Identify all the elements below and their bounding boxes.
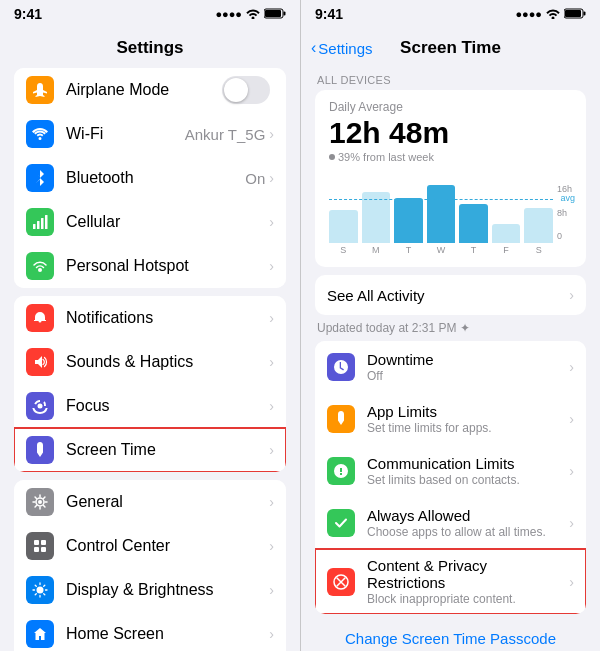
always-allowed-text: Always AllowedChoose apps to allow at al… — [367, 507, 569, 539]
control-center-chevron: › — [269, 538, 274, 554]
control-center-item[interactable]: Control Center › — [14, 524, 286, 568]
see-all-row[interactable]: See All Activity › — [315, 275, 586, 315]
signal-icon-right: ●●●● — [515, 8, 542, 20]
back-button[interactable]: ‹ Settings — [311, 39, 373, 57]
daily-avg-change: 39% from last week — [329, 151, 572, 163]
screen-time-icon — [26, 436, 54, 464]
display-item[interactable]: Display & Brightness › — [14, 568, 286, 612]
hotspot-icon — [26, 252, 54, 280]
downtime-icon — [327, 353, 355, 381]
content-privacy-icon — [327, 568, 355, 596]
battery-icon — [264, 8, 286, 21]
sounds-item[interactable]: Sounds & Haptics › — [14, 340, 286, 384]
svg-rect-4 — [37, 221, 40, 229]
bar-col-S-0: S — [329, 185, 358, 255]
svg-rect-3 — [33, 224, 36, 229]
st-item-always-allowed[interactable]: Always AllowedChoose apps to allow at al… — [315, 497, 586, 549]
bar-label-6: S — [536, 245, 542, 255]
bar-6 — [524, 208, 553, 243]
airplane-icon — [26, 76, 54, 104]
focus-item[interactable]: Focus › — [14, 384, 286, 428]
daily-avg-label: Daily Average — [329, 100, 572, 114]
home-screen-chevron: › — [269, 626, 274, 642]
screen-time-item[interactable]: Screen Time › — [14, 428, 286, 472]
daily-avg-time: 12h 48m — [329, 116, 572, 149]
downtime-subtitle: Off — [367, 369, 569, 383]
home-screen-item[interactable]: Home Screen › — [14, 612, 286, 651]
bluetooth-item[interactable]: Bluetooth On › — [14, 156, 286, 200]
bar-3 — [427, 185, 456, 243]
st-item-downtime[interactable]: DowntimeOff› — [315, 341, 586, 393]
bar-label-5: F — [503, 245, 509, 255]
change-passcode-row: Change Screen Time Passcode — [301, 622, 600, 651]
svg-point-7 — [38, 268, 42, 272]
signal-icon: ●●●● — [215, 8, 242, 20]
bar-col-T-2: T — [394, 185, 423, 255]
comm-limits-icon — [327, 457, 355, 485]
display-label: Display & Brightness — [66, 581, 269, 599]
cellular-chevron: › — [269, 214, 274, 230]
control-center-icon — [26, 532, 54, 560]
svg-rect-20 — [584, 11, 586, 15]
comm-limits-text: Communication LimitsSet limits based on … — [367, 455, 569, 487]
wifi-icon-item — [26, 120, 54, 148]
svg-point-15 — [37, 587, 44, 594]
st-item-app-limits[interactable]: App LimitsSet time limits for apps.› — [315, 393, 586, 445]
back-label: Settings — [318, 40, 372, 57]
hotspot-label: Personal Hotspot — [66, 257, 269, 275]
svg-point-8 — [38, 404, 43, 409]
bar-label-3: W — [437, 245, 446, 255]
always-allowed-chevron: › — [569, 515, 574, 531]
bar-5 — [492, 224, 521, 243]
home-screen-label: Home Screen — [66, 625, 269, 643]
hotspot-chevron: › — [269, 258, 274, 274]
svg-rect-6 — [45, 215, 48, 229]
screen-time-nav: ‹ Settings Screen Time — [301, 28, 600, 68]
content-privacy-chevron: › — [569, 574, 574, 590]
svg-rect-5 — [41, 218, 44, 229]
svg-rect-14 — [41, 547, 46, 552]
settings-group-3: General › Control Center › Display & Bri… — [14, 480, 286, 651]
wifi-label: Wi-Fi — [66, 125, 185, 143]
st-item-content-privacy[interactable]: Content & Privacy RestrictionsBlock inap… — [315, 549, 586, 614]
svg-point-9 — [38, 500, 42, 504]
hotspot-item[interactable]: Personal Hotspot › — [14, 244, 286, 288]
focus-icon — [26, 392, 54, 420]
bluetooth-icon — [26, 164, 54, 192]
svg-rect-12 — [41, 540, 46, 545]
cellular-label: Cellular — [66, 213, 269, 231]
st-item-comm-limits[interactable]: Communication LimitsSet limits based on … — [315, 445, 586, 497]
focus-label: Focus — [66, 397, 269, 415]
settings-nav: Settings — [0, 28, 300, 68]
cellular-item[interactable]: Cellular › — [14, 200, 286, 244]
notifications-item[interactable]: Notifications › — [14, 296, 286, 340]
settings-group-2: Notifications › Sounds & Haptics › Focus… — [14, 296, 286, 472]
wifi-value: Ankur T_5G — [185, 126, 266, 143]
general-icon — [26, 488, 54, 516]
always-allowed-title: Always Allowed — [367, 507, 569, 524]
all-devices-label: ALL DEVICES — [301, 68, 600, 90]
content-privacy-subtitle: Block inappropriate content. — [367, 592, 569, 606]
change-text: 39% from last week — [338, 151, 434, 163]
svg-rect-11 — [34, 540, 39, 545]
wifi-item[interactable]: Wi-Fi Ankur T_5G › — [14, 112, 286, 156]
bluetooth-chevron: › — [269, 170, 274, 186]
wifi-icon — [246, 8, 260, 21]
bluetooth-label: Bluetooth — [66, 169, 245, 187]
airplane-toggle[interactable] — [222, 76, 270, 104]
bar-col-S-6: S — [524, 185, 553, 255]
bar-col-W-3: W — [427, 185, 456, 255]
app-limits-subtitle: Set time limits for apps. — [367, 421, 569, 435]
airplane-mode-item[interactable]: Airplane Mode — [14, 68, 286, 112]
display-chevron: › — [269, 582, 274, 598]
content-privacy-text: Content & Privacy RestrictionsBlock inap… — [367, 557, 569, 606]
time-right: 9:41 — [315, 6, 343, 22]
general-item[interactable]: General › — [14, 480, 286, 524]
change-passcode-btn[interactable]: Change Screen Time Passcode — [345, 630, 556, 647]
comm-limits-subtitle: Set limits based on contacts. — [367, 473, 569, 487]
y-label-8h: 8h — [557, 209, 572, 218]
app-limits-chevron: › — [569, 411, 574, 427]
avg-tag: avg — [560, 193, 575, 203]
toggle-knob — [224, 78, 248, 102]
bar-label-0: S — [340, 245, 346, 255]
